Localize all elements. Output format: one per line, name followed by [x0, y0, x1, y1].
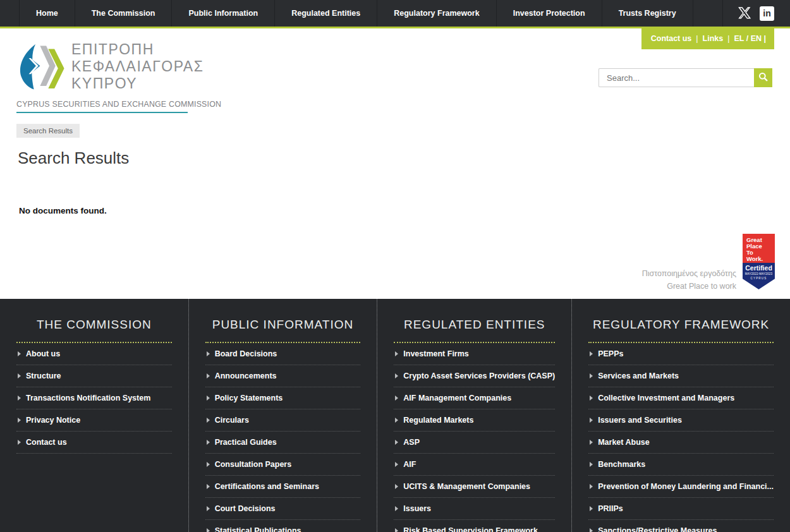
nav-item-regulatory-framework[interactable]: Regulatory Framework [377, 0, 496, 27]
footer-link-announcements[interactable]: Announcements [205, 365, 361, 387]
footer-link-prevention-of-money-laundering[interactable]: Prevention of Money Laundering and Finan… [588, 476, 774, 498]
footer-column-public-information: PUBLIC INFORMATION Board Decisions Annou… [189, 299, 378, 532]
links-link[interactable]: Links [703, 34, 724, 43]
contact-us-link[interactable]: Contact us [651, 34, 692, 43]
gptw-badge-bottom: Certified MAY2022-MAY2023 CYPRUS [743, 263, 775, 289]
chevron-right-icon [395, 462, 398, 467]
gptw-badge-top: Great Place To Work. [743, 234, 775, 263]
footer-link-crypto-asset-services-providers[interactable]: Crypto Asset Services Providers (CASP) [394, 365, 555, 387]
footer-link-consultation-papers[interactable]: Consultation Papers [205, 454, 361, 476]
footer-column-title: THE COMMISSION [16, 318, 172, 332]
chevron-right-icon [18, 351, 21, 356]
footer-link-practical-guides[interactable]: Practical Guides [205, 432, 361, 454]
footer-link-sanctions-restrictive-measures[interactable]: Sanctions/Restrictive Measures [588, 520, 774, 532]
search-input[interactable] [599, 68, 754, 87]
footer-link-risk-based-supervision-framework[interactable]: Risk Based Supervision Framework [394, 520, 555, 532]
chevron-right-icon [207, 484, 210, 489]
footer-link-aif[interactable]: AIF [394, 454, 555, 476]
chevron-right-icon [207, 373, 210, 378]
chevron-right-icon [590, 440, 593, 445]
chevron-right-icon [18, 440, 21, 445]
gptw-caption: Πιστοποιημένος εργοδότης Great Place to … [642, 267, 736, 293]
footer-link-policy-statements[interactable]: Policy Statements [205, 387, 361, 409]
footer-column-regulatory-framework: REGULATORY FRAMEWORK PEPPs Services and … [572, 299, 790, 532]
magnifier-icon [758, 72, 769, 84]
footer: THE COMMISSION About us Structure Transa… [0, 299, 790, 532]
footer-link-court-decisions[interactable]: Court Decisions [205, 498, 361, 520]
footer-link-issuers[interactable]: Issuers [394, 498, 555, 520]
footer-link-ucits-management-companies[interactable]: UCITS & Management Companies [394, 476, 555, 498]
nav-item-investor-protection[interactable]: Investor Protection [497, 0, 602, 27]
footer-link-structure[interactable]: Structure [16, 365, 172, 387]
footer-link-aif-management-companies[interactable]: AIF Management Companies [394, 387, 555, 409]
chevron-right-icon [395, 506, 398, 511]
chevron-right-icon [395, 396, 398, 401]
footer-link-investment-firms[interactable]: Investment Firms [394, 343, 555, 365]
footer-column-regulated-entities: REGULATED ENTITIES Investment Firms Cryp… [377, 299, 572, 532]
footer-column-title: REGULATED ENTITIES [394, 318, 555, 332]
logo-greek-title: ΕΠΙΤΡΟΠΗ ΚΕΦΑΛΑΙΑΓΟΡΑΣ ΚΥΠΡΟΥ [71, 41, 204, 92]
chevron-right-icon [207, 462, 210, 467]
gptw-certified-badge[interactable]: Great Place To Work. Certified MAY2022-M… [743, 234, 775, 289]
footer-link-benchmarks[interactable]: Benchmarks [588, 454, 774, 476]
nav-item-public-information[interactable]: Public Information [172, 0, 275, 27]
footer-link-transactions-notification-system[interactable]: Transactions Notification System [16, 387, 172, 409]
chevron-right-icon [207, 440, 210, 445]
utility-links-bar: Contact us|Links|EL / EN | [641, 28, 774, 49]
footer-link-issuers-and-securities[interactable]: Issuers and Securities [588, 409, 774, 432]
social-links: in [722, 0, 790, 27]
cysec-logo-icon [16, 37, 66, 98]
footer-link-circulars[interactable]: Circulars [205, 409, 361, 432]
chevron-right-icon [395, 484, 398, 489]
nav-item-trusts-registry[interactable]: Trusts Registry [602, 0, 693, 27]
separator: | [764, 34, 767, 43]
chevron-right-icon [18, 396, 21, 401]
footer-link-privacy-notice[interactable]: Privacy Notice [16, 409, 172, 432]
search-button[interactable] [754, 68, 772, 87]
footer-link-collective-investment-and-managers[interactable]: Collective Investment and Managers [588, 387, 774, 409]
chevron-right-icon [590, 528, 593, 532]
chevron-right-icon [395, 351, 398, 356]
separator: | [696, 34, 698, 43]
logo-subtitle: CYPRUS SECURITIES AND EXCHANGE COMMISSIO… [16, 100, 188, 113]
chevron-right-icon [207, 396, 210, 401]
chevron-right-icon [207, 351, 210, 356]
footer-link-services-and-markets[interactable]: Services and Markets [588, 365, 774, 387]
chevron-right-icon [590, 462, 593, 467]
chevron-right-icon [395, 418, 398, 423]
chevron-right-icon [590, 484, 593, 489]
cysec-logo[interactable]: ΕΠΙΤΡΟΠΗ ΚΕΦΑΛΑΙΑΓΟΡΑΣ ΚΥΠΡΟΥ CYPRUS SEC… [16, 37, 204, 113]
chevron-right-icon [590, 418, 593, 423]
footer-link-market-abuse[interactable]: Market Abuse [588, 432, 774, 454]
chevron-right-icon [395, 440, 398, 445]
chevron-right-icon [395, 373, 398, 378]
footer-link-asp[interactable]: ASP [394, 432, 555, 454]
breadcrumb[interactable]: Search Results [16, 124, 80, 138]
chevron-right-icon [207, 506, 210, 511]
nav-item-regulated-entities[interactable]: Regulated Entities [275, 0, 377, 27]
footer-link-pepps[interactable]: PEPPs [588, 343, 774, 365]
chevron-right-icon [395, 528, 398, 532]
footer-column-title: REGULATORY FRAMEWORK [588, 318, 774, 332]
chevron-right-icon [18, 373, 21, 378]
footer-link-priips[interactable]: PRIIPs [588, 498, 774, 520]
empty-results-message: No documents found. [19, 206, 107, 215]
footer-link-regulated-markets[interactable]: Regulated Markets [394, 409, 555, 432]
main-navigation: Home The Commission Public Information R… [0, 0, 790, 28]
nav-item-home[interactable]: Home [19, 0, 75, 27]
footer-column-the-commission: THE COMMISSION About us Structure Transa… [0, 299, 189, 532]
footer-link-board-decisions[interactable]: Board Decisions [205, 343, 361, 365]
footer-link-statistical-publications[interactable]: Statistical Publications [205, 520, 361, 532]
chevron-right-icon [590, 351, 593, 356]
chevron-right-icon [590, 396, 593, 401]
x-twitter-icon[interactable] [737, 6, 752, 20]
footer-link-contact-us[interactable]: Contact us [16, 432, 172, 454]
footer-link-about-us[interactable]: About us [16, 343, 172, 365]
footer-link-certifications-and-seminars[interactable]: Certifications and Seminars [205, 476, 361, 498]
linkedin-icon[interactable]: in [760, 6, 774, 21]
chevron-right-icon [207, 528, 210, 532]
chevron-right-icon [18, 418, 21, 423]
page-header-area: Contact us|Links|EL / EN | ΕΠΙΤΡΟΠΗ ΚΕΦΑ… [0, 28, 790, 299]
nav-item-the-commission[interactable]: The Commission [75, 0, 173, 27]
language-toggle[interactable]: EL / EN [734, 34, 762, 43]
